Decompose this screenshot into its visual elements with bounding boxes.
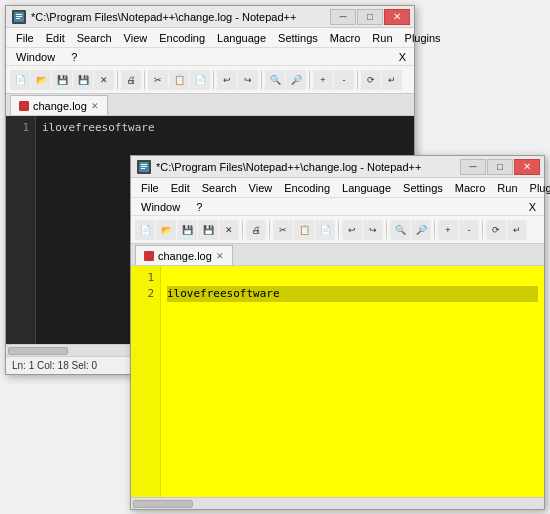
scrollbar-horizontal-foreground[interactable] xyxy=(131,497,544,509)
window-title: *C:\Program Files\Notepad++\change.log -… xyxy=(31,11,296,23)
tab-changelog[interactable]: change.log ✕ xyxy=(10,95,108,115)
menu-view-fg[interactable]: View xyxy=(243,180,279,196)
tb-saveall[interactable]: 💾 xyxy=(73,70,93,90)
menu-language-fg[interactable]: Language xyxy=(336,180,397,196)
tb-zoom-out[interactable]: - xyxy=(334,70,354,90)
close-button[interactable]: ✕ xyxy=(384,9,410,25)
tb-redo[interactable]: ↪ xyxy=(238,70,258,90)
tb-find-fg[interactable]: 🔍 xyxy=(390,220,410,240)
tb-open[interactable]: 📂 xyxy=(31,70,51,90)
tab-bar-foreground: change.log ✕ xyxy=(131,244,544,266)
toolbar-background: 📄 📂 💾 💾 ✕ 🖨 ✂ 📋 📄 ↩ ↪ 🔍 🔎 + - ⟳ ↵ xyxy=(6,66,414,94)
tb-zoom-out-fg[interactable]: - xyxy=(459,220,479,240)
menu-window-fg[interactable]: Window xyxy=(135,199,186,215)
tb-wrap[interactable]: ↵ xyxy=(382,70,402,90)
menu-search[interactable]: Search xyxy=(71,30,118,46)
menu-edit[interactable]: Edit xyxy=(40,30,71,46)
menu-search-fg[interactable]: Search xyxy=(196,180,243,196)
menu-help-fg[interactable]: ? xyxy=(190,199,208,215)
maximize-button-fg[interactable]: □ xyxy=(487,159,513,175)
window-menu-items: Window ? xyxy=(10,49,83,65)
tb-copy[interactable]: 📋 xyxy=(169,70,189,90)
tb-find[interactable]: 🔍 xyxy=(265,70,285,90)
maximize-button[interactable]: □ xyxy=(357,9,383,25)
code-content-foreground[interactable]: ilovefreesoftware xyxy=(161,266,544,497)
tb-wrap-fg[interactable]: ↵ xyxy=(507,220,527,240)
menu-file-fg[interactable]: File xyxy=(135,180,165,196)
menu-settings-fg[interactable]: Settings xyxy=(397,180,449,196)
scrollbar-thumb-foreground[interactable] xyxy=(133,500,193,508)
menu-macro-fg[interactable]: Macro xyxy=(449,180,492,196)
menu-run[interactable]: Run xyxy=(366,30,398,46)
tab-close-button-fg[interactable]: ✕ xyxy=(216,251,224,261)
tb-paste-fg[interactable]: 📄 xyxy=(315,220,335,240)
line-numbers-background: 1 xyxy=(6,116,36,344)
editor-area-foreground[interactable]: 1 2 ilovefreesoftware xyxy=(131,266,544,497)
tb-new[interactable]: 📄 xyxy=(10,70,30,90)
tb-copy-fg[interactable]: 📋 xyxy=(294,220,314,240)
close-label[interactable]: X xyxy=(395,51,410,63)
tb-replace[interactable]: 🔎 xyxy=(286,70,306,90)
tb-save[interactable]: 💾 xyxy=(52,70,72,90)
tab-changelog-fg[interactable]: change.log ✕ xyxy=(135,245,233,265)
tb-sync-fg[interactable]: ⟳ xyxy=(486,220,506,240)
menu-bar-foreground: File Edit Search View Encoding Language … xyxy=(131,178,544,198)
tab-close-button[interactable]: ✕ xyxy=(91,101,99,111)
title-controls[interactable]: ─ □ ✕ xyxy=(330,9,410,25)
title-controls-fg[interactable]: ─ □ ✕ xyxy=(460,159,540,175)
tb-print[interactable]: 🖨 xyxy=(121,70,141,90)
menu-encoding-fg[interactable]: Encoding xyxy=(278,180,336,196)
tb-close[interactable]: ✕ xyxy=(94,70,114,90)
line-number-2-fg: 2 xyxy=(137,286,154,302)
app-icon-fg xyxy=(137,160,151,174)
menu-macro[interactable]: Macro xyxy=(324,30,367,46)
menu-bar-background: File Edit Search View Encoding Language … xyxy=(6,28,414,48)
menu-help[interactable]: ? xyxy=(65,49,83,65)
tb-zoom-in-fg[interactable]: + xyxy=(438,220,458,240)
tb-sep5 xyxy=(309,71,310,89)
status-text: Ln: 1 Col: 18 Sel: 0 xyxy=(12,360,97,371)
minimize-button-fg[interactable]: ─ xyxy=(460,159,486,175)
code-line-1-fg xyxy=(167,270,538,286)
minimize-button[interactable]: ─ xyxy=(330,9,356,25)
tb-new-fg[interactable]: 📄 xyxy=(135,220,155,240)
menu-file[interactable]: File xyxy=(10,30,40,46)
menu-window[interactable]: Window xyxy=(10,49,61,65)
menu-encoding[interactable]: Encoding xyxy=(153,30,211,46)
line-number-1: 1 xyxy=(12,120,29,136)
tb-replace-fg[interactable]: 🔎 xyxy=(411,220,431,240)
title-bar-background[interactable]: *C:\Program Files\Notepad++\change.log -… xyxy=(6,6,414,28)
window-foreground: *C:\Program Files\Notepad++\change.log -… xyxy=(130,155,545,510)
tb-open-fg[interactable]: 📂 xyxy=(156,220,176,240)
tb-save-fg[interactable]: 💾 xyxy=(177,220,197,240)
tb-sync[interactable]: ⟳ xyxy=(361,70,381,90)
tab-bar-background: change.log ✕ xyxy=(6,94,414,116)
menu-settings[interactable]: Settings xyxy=(272,30,324,46)
close-label-fg[interactable]: X xyxy=(525,201,540,213)
tb-print-fg[interactable]: 🖨 xyxy=(246,220,266,240)
menu-language[interactable]: Language xyxy=(211,30,272,46)
tb-paste[interactable]: 📄 xyxy=(190,70,210,90)
tb-saveall-fg[interactable]: 💾 xyxy=(198,220,218,240)
tb-redo-fg[interactable]: ↪ xyxy=(363,220,383,240)
menu-run-fg[interactable]: Run xyxy=(491,180,523,196)
menu-view[interactable]: View xyxy=(118,30,154,46)
tb-cut-fg[interactable]: ✂ xyxy=(273,220,293,240)
svg-rect-3 xyxy=(16,18,20,19)
window-bar-background: Window ? X xyxy=(6,48,414,66)
line-number-1-fg: 1 xyxy=(137,270,154,286)
title-bar-foreground[interactable]: *C:\Program Files\Notepad++\change.log -… xyxy=(131,156,544,178)
tb-zoom-in[interactable]: + xyxy=(313,70,333,90)
scrollbar-thumb-background[interactable] xyxy=(8,347,68,355)
svg-rect-1 xyxy=(16,14,22,15)
tb-sep5-fg xyxy=(434,221,435,239)
tb-cut[interactable]: ✂ xyxy=(148,70,168,90)
tb-undo-fg[interactable]: ↩ xyxy=(342,220,362,240)
tb-close-fg[interactable]: ✕ xyxy=(219,220,239,240)
menu-edit-fg[interactable]: Edit xyxy=(165,180,196,196)
window-content-foreground: File Edit Search View Encoding Language … xyxy=(131,178,544,509)
menu-plugins-fg[interactable]: Plugins xyxy=(524,180,550,196)
close-button-fg[interactable]: ✕ xyxy=(514,159,540,175)
menu-plugins[interactable]: Plugins xyxy=(399,30,447,46)
tb-undo[interactable]: ↩ xyxy=(217,70,237,90)
